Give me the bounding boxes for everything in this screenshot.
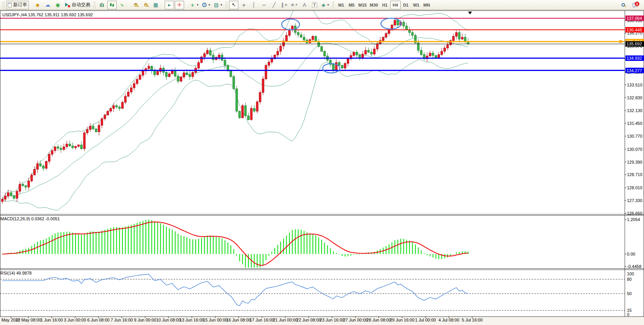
fibonacci-button[interactable]: ≡F	[289, 1, 299, 9]
timeframe-mn[interactable]: MN	[422, 1, 432, 9]
auto-trading-icon	[65, 2, 70, 7]
svg-text:17 Jun 16:00: 17 Jun 16:00	[250, 318, 274, 322]
horizontal-line-icon: ─	[262, 2, 266, 7]
bar-chart-button[interactable]	[97, 1, 107, 9]
svg-text:28 Jun 08:00: 28 Jun 08:00	[367, 318, 391, 322]
toolbar-grip[interactable]	[94, 2, 95, 9]
channel-tag: E	[285, 3, 287, 7]
svg-text:6 Jun 08:00: 6 Jun 08:00	[87, 318, 110, 322]
zoom-out-icon: −	[144, 3, 148, 7]
market-watch-icon: ◆	[36, 2, 40, 7]
search-icon	[622, 3, 625, 7]
channel-button[interactable]: ∥E	[279, 1, 289, 9]
svg-text:5 Jul 16:00: 5 Jul 16:00	[462, 318, 483, 322]
accounts-button[interactable]: ☁	[43, 1, 52, 9]
svg-text:80: 80	[627, 277, 632, 282]
indicators-button[interactable]: ＋▾	[188, 1, 200, 9]
separator	[129, 1, 129, 9]
svg-text:0.00: 0.00	[627, 252, 635, 256]
new-order-label: 新订单	[13, 2, 27, 8]
chart-shift-button[interactable]: ✛	[175, 1, 184, 9]
hline-handle	[619, 40, 622, 43]
toolbar-grip[interactable]	[3, 2, 4, 9]
svg-text:1 Jun 16:00: 1 Jun 16:00	[41, 318, 63, 322]
market-watch-button[interactable]: ◆	[33, 1, 42, 9]
signals-button[interactable]: ◉	[53, 1, 62, 9]
timeframe-m30[interactable]: M30	[368, 1, 379, 9]
shapes-button[interactable]: ◈▾	[320, 1, 331, 9]
new-order-icon	[8, 3, 12, 7]
search-button[interactable]	[618, 1, 628, 9]
chevron-down-icon: ▾	[220, 3, 222, 7]
tile-windows-button[interactable]: ▦	[151, 1, 160, 9]
chart-area[interactable]: USDJPY-,H4 135.762 135.911 135.692 135.6…	[0, 10, 644, 325]
timeframe-m15[interactable]: M15	[357, 1, 368, 9]
auto-trading-label: 自动交易	[72, 2, 90, 8]
time-axis[interactable]: May 202231 May 08:001 Jun 16:003 Jun 00:…	[2, 316, 483, 322]
svg-text:31 May 08:00: 31 May 08:00	[15, 318, 41, 322]
zoom-out-button[interactable]: −	[141, 1, 150, 9]
toolbar-grip[interactable]	[332, 2, 334, 9]
cursor-button[interactable]: ↖	[229, 1, 238, 9]
notifications-button[interactable]: 1	[630, 1, 640, 9]
chevron-down-icon: ▾	[327, 3, 329, 7]
svg-text:131.450: 131.450	[627, 121, 642, 126]
chart-svg[interactable]: 136.950136.270135.570134.890134.190133.5…	[0, 10, 644, 325]
svg-text:130.770: 130.770	[627, 134, 642, 138]
trendline-button[interactable]: ╱	[269, 1, 279, 9]
channel-icon: ∥	[281, 2, 284, 7]
svg-text:16 Jun 08:00: 16 Jun 08:00	[226, 318, 251, 322]
svg-text:134.932: 134.932	[627, 56, 642, 61]
svg-text:128.710: 128.710	[627, 172, 642, 177]
chart-title: USDJPY-,H4 135.762 135.911 135.692 135.6…	[2, 12, 93, 17]
chart-shift-icon: ✛	[177, 2, 182, 7]
toolbar-grip[interactable]	[226, 2, 227, 9]
svg-text:129.390: 129.390	[627, 160, 642, 164]
chevron-down-icon: ▾	[197, 3, 198, 7]
timeframe-h1[interactable]: H1	[380, 1, 390, 9]
horizontal-line-button[interactable]: ─	[259, 1, 269, 9]
crosshair-button[interactable]: ＋	[239, 1, 248, 9]
svg-text:3 Jun 00:00: 3 Jun 00:00	[64, 318, 86, 322]
svg-text:1 Jul 00:00: 1 Jul 00:00	[415, 318, 436, 322]
svg-text:0: 0	[627, 312, 629, 317]
crosshair-icon: ＋	[241, 2, 246, 7]
text-tool-button[interactable]: A	[300, 1, 309, 9]
timeframe-w1[interactable]: W1	[411, 1, 422, 9]
clock-icon	[202, 3, 207, 7]
svg-text:15 Jun 00:00: 15 Jun 00:00	[203, 318, 228, 322]
periods-button[interactable]: ▾	[201, 1, 212, 9]
signal-icon: ◉	[55, 2, 60, 7]
new-order-button[interactable]: 新订单	[6, 1, 29, 9]
auto-scroll-button[interactable]: ▸	[165, 1, 174, 9]
svg-text:13 Jun 16:00: 13 Jun 16:00	[179, 318, 204, 322]
svg-text:9 Jun 00:00: 9 Jun 00:00	[134, 318, 157, 322]
auto-trading-button[interactable]: 自动交易	[63, 1, 92, 9]
templates-button[interactable]: ▤▾	[212, 1, 224, 9]
label-tool-button[interactable]: T	[310, 1, 319, 9]
svg-text:22 Jun 08:00: 22 Jun 08:00	[296, 318, 321, 322]
text-tool-icon: A	[303, 2, 306, 7]
candlestick-chart-button[interactable]	[107, 1, 117, 9]
timeframe-h4[interactable]: H4	[390, 1, 401, 9]
svg-text:133.510: 133.510	[627, 83, 642, 87]
svg-text:7 Jun 16:00: 7 Jun 16:00	[110, 318, 133, 322]
trendline-icon: ╱	[272, 2, 276, 7]
svg-text:100: 100	[627, 271, 634, 276]
svg-text:130.070: 130.070	[627, 147, 642, 152]
timeframe-d1[interactable]: D1	[401, 1, 411, 9]
rsi-indicator-label: RSI(14) 49.9878	[0, 271, 32, 275]
line-chart-button[interactable]: ∿	[117, 1, 127, 9]
fibonacci-icon: ≡	[291, 2, 294, 7]
auto-scroll-icon: ▸	[168, 2, 171, 7]
template-icon: ▤	[214, 2, 219, 7]
timeframe-m1[interactable]: M1	[336, 1, 346, 9]
trading-terminal: 新订单 ◆ ☁ ◉ 自动交易 ∿ + − ▦ ▸ ✛ ＋▾ ▾ ▤▾ ↖ ＋ │…	[0, 0, 644, 325]
svg-text:128.010: 128.010	[627, 185, 642, 190]
svg-text:-0.4458: -0.4458	[627, 264, 641, 269]
timeframe-group: M1M5M15M30H1H4D1W1MN	[336, 1, 432, 9]
vertical-line-button[interactable]: │	[249, 1, 258, 9]
timeframe-m5[interactable]: M5	[346, 1, 357, 9]
zoom-in-button[interactable]: +	[131, 1, 140, 9]
separator	[186, 1, 186, 9]
